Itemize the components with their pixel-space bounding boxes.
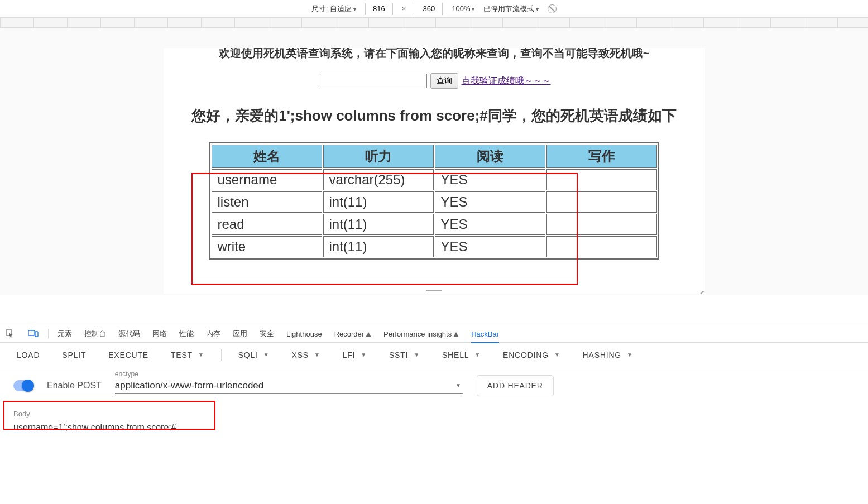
tab-应用[interactable]: 应用: [233, 324, 247, 343]
divider: [48, 329, 49, 339]
throttling-dropdown[interactable]: 已停用节流模式: [483, 4, 539, 14]
body-input[interactable]: [13, 420, 855, 435]
table-cell: [546, 214, 657, 235]
col-listen: 听力: [323, 145, 434, 168]
resize-handle-icon[interactable]: [695, 284, 704, 292]
xss-menu[interactable]: XSS▼: [291, 351, 320, 359]
tab-元素[interactable]: 元素: [57, 324, 72, 343]
table-row: usernamevarchar(255)YES: [212, 169, 657, 190]
table-cell: [546, 169, 657, 190]
table-cell: YES: [435, 214, 545, 235]
ssti-menu[interactable]: SSTI▼: [389, 351, 420, 359]
load-button[interactable]: LOAD: [17, 351, 40, 359]
hashing-menu[interactable]: HASHING▼: [583, 351, 633, 359]
table-cell: int(11): [323, 236, 434, 257]
chevron-down-icon: ▼: [455, 382, 461, 388]
table-cell: [546, 236, 657, 257]
device-toolbar: 尺寸: 自适应 × 100% 已停用节流模式: [0, 0, 868, 18]
table-cell: varchar(255): [323, 169, 434, 190]
tab-performance-insights[interactable]: Performance insights: [383, 325, 459, 343]
tab-网络[interactable]: 网络: [152, 324, 167, 343]
enctype-label: enctype: [115, 370, 138, 378]
viewport-area: 欢迎使用死机英语查询系统，请在下面输入您的昵称来查询，查询不当可能导致死机哦~ …: [0, 28, 868, 295]
sqli-menu[interactable]: SQLI▼: [238, 351, 270, 359]
tab-lighthouse[interactable]: Lighthouse: [286, 325, 322, 343]
table-cell: username: [212, 169, 322, 190]
tab-hackbar[interactable]: HackBar: [471, 325, 499, 343]
rotate-icon[interactable]: [548, 4, 557, 13]
add-header-button[interactable]: ADD HEADER: [477, 375, 554, 396]
score-table: 姓名 听力 阅读 写作 usernamevarchar(255)YESliste…: [209, 142, 659, 260]
greeting-heading: 您好，亲爱的1';show columns from score;#同学，您的死…: [175, 105, 694, 127]
body-label: Body: [13, 410, 855, 418]
verify-link[interactable]: 点我验证成绩哦～～～: [462, 75, 551, 87]
inspect-icon[interactable]: [4, 328, 16, 339]
beaker-icon: [366, 332, 371, 337]
hackbar-form: Enable POST enctype application/x-www-fo…: [0, 367, 868, 404]
table-header-row: 姓名 听力 阅读 写作: [212, 145, 657, 168]
hackbar-toolbar: LOAD SPLIT EXECUTE TEST▼ SQLI▼ XSS▼ LFI▼…: [0, 343, 868, 367]
tab-recorder[interactable]: Recorder: [334, 325, 371, 343]
viewport-width-input[interactable]: [365, 3, 393, 15]
tab-内存[interactable]: 内存: [206, 324, 220, 343]
body-section: Body: [0, 404, 868, 440]
page-frame: 欢迎使用死机英语查询系统，请在下面输入您的昵称来查询，查询不当可能导致死机哦~ …: [164, 48, 705, 294]
search-input[interactable]: [318, 74, 427, 88]
drag-grip-icon[interactable]: [426, 290, 442, 292]
col-read: 阅读: [435, 145, 545, 168]
device-toggle-icon[interactable]: [28, 328, 39, 339]
enctype-value[interactable]: application/x-www-form-urlencoded: [115, 378, 463, 394]
dimension-multiply: ×: [402, 4, 406, 13]
execute-button[interactable]: EXECUTE: [108, 351, 148, 359]
col-name: 姓名: [212, 145, 322, 168]
svg-rect-2: [35, 332, 38, 337]
spacer: [0, 295, 868, 325]
table-cell: int(11): [323, 191, 434, 213]
encoding-menu[interactable]: ENCODING▼: [503, 351, 560, 359]
split-button[interactable]: SPLIT: [62, 351, 86, 359]
tab-安全[interactable]: 安全: [260, 324, 274, 343]
table-row: writeint(11)YES: [212, 236, 657, 257]
tab-源代码[interactable]: 源代码: [118, 324, 140, 343]
tab-控制台[interactable]: 控制台: [84, 324, 106, 343]
devtools-tabbar: 元素控制台源代码网络性能内存应用安全LighthouseRecorderPerf…: [0, 325, 868, 343]
col-write: 写作: [546, 145, 657, 168]
enctype-field[interactable]: enctype application/x-www-form-urlencode…: [115, 378, 463, 394]
lfi-menu[interactable]: LFI▼: [343, 351, 367, 359]
ruler: [0, 18, 868, 28]
shell-menu[interactable]: SHELL▼: [442, 351, 481, 359]
enable-post-toggle[interactable]: [13, 380, 33, 391]
query-button[interactable]: 查询: [430, 73, 458, 89]
tab-性能[interactable]: 性能: [179, 324, 194, 343]
viewport-height-input[interactable]: [415, 3, 443, 15]
test-menu[interactable]: TEST▼: [171, 351, 204, 359]
search-form: 查询 点我验证成绩哦～～～: [175, 73, 694, 89]
enable-post-label: Enable POST: [47, 381, 102, 391]
table-cell: listen: [212, 191, 322, 213]
table-cell: write: [212, 236, 322, 257]
responsive-size-dropdown[interactable]: 尺寸: 自适应: [311, 4, 356, 14]
table-row: readint(11)YES: [212, 214, 657, 235]
table-cell: YES: [435, 191, 545, 213]
beaker-icon: [453, 332, 459, 337]
page-banner: 欢迎使用死机英语查询系统，请在下面输入您的昵称来查询，查询不当可能导致死机哦~: [175, 48, 694, 61]
table-cell: [546, 191, 657, 213]
table-cell: read: [212, 214, 322, 235]
zoom-dropdown[interactable]: 100%: [452, 4, 474, 13]
table-cell: int(11): [323, 214, 434, 235]
svg-rect-1: [28, 330, 35, 335]
table-cell: YES: [435, 236, 545, 257]
divider: [221, 349, 222, 361]
table-cell: YES: [435, 169, 545, 190]
table-row: listenint(11)YES: [212, 191, 657, 213]
